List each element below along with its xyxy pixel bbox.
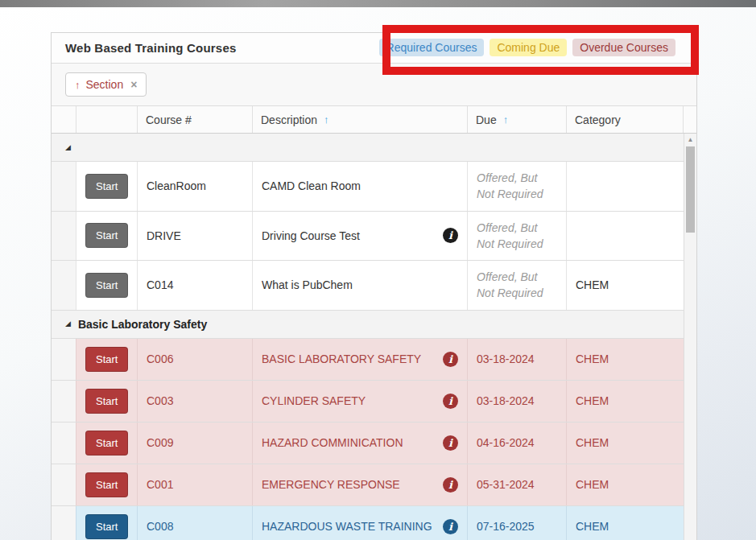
description-cell: CAMD Clean Room <box>253 162 468 211</box>
course-number-cell: CleanRoom <box>138 162 253 211</box>
group-chip-section[interactable]: ↑ Section × <box>65 72 147 97</box>
start-button-cell: Start <box>76 423 138 464</box>
group-indent-cell <box>52 162 76 211</box>
courses-panel: Web Based Training Courses Required Cour… <box>51 32 697 540</box>
category-cell: CHEM <box>567 506 684 540</box>
column-header-scroll-spacer <box>684 106 700 133</box>
column-header-due[interactable]: Due↑ <box>468 106 567 133</box>
scrollbar-thumb[interactable] <box>686 146 695 233</box>
description-text: CYLINDER SAFETY <box>262 394 366 407</box>
group-row-basic-laboratory-safety: ◢Basic Laboratory Safety <box>52 311 696 339</box>
description-cell: BASIC LABORATORY SAFETYi <box>253 339 468 380</box>
description-text: EMERGENCY RESPONSE <box>262 478 400 491</box>
due-date-cell: 07-16-2025 <box>468 506 567 540</box>
info-icon[interactable]: i <box>443 394 458 409</box>
info-icon[interactable]: i <box>443 477 458 493</box>
start-button[interactable]: Start <box>85 389 128 414</box>
category-cell: CHEM <box>567 381 684 422</box>
due-date-cell: 03-18-2024 <box>468 339 567 380</box>
legend: Required CoursesComing DueOverdue Course… <box>379 39 675 56</box>
due-date-cell: Offered, But Not Required <box>468 162 567 211</box>
course-number-cell: C008 <box>138 506 253 540</box>
panel-header: Web Based Training Courses Required Cour… <box>52 33 696 64</box>
description-text: BASIC LABORATORY SAFETY <box>262 352 421 365</box>
group-indent-cell <box>52 261 76 310</box>
grid-header: Course #Description↑Due↑Category <box>52 106 696 134</box>
group-indent-cell <box>52 339 76 380</box>
table-row: StartDRIVEDriving Course TestiOffered, B… <box>52 212 696 262</box>
table-row: StartC006BASIC LABORATORY SAFETYi03-18-2… <box>52 339 696 381</box>
group-toolbar: ↑ Section × <box>52 64 696 106</box>
start-button-cell: Start <box>76 381 138 422</box>
remove-group-icon[interactable]: × <box>130 78 137 91</box>
description-text: What is PubChem <box>262 278 353 291</box>
info-icon[interactable]: i <box>443 519 458 534</box>
start-button[interactable]: Start <box>85 472 128 497</box>
start-button-cell: Start <box>76 162 138 211</box>
description-text: Driving Course Test <box>262 229 360 242</box>
table-row: StartC001EMERGENCY RESPONSEi05-31-2024CH… <box>52 464 696 506</box>
start-button[interactable]: Start <box>85 223 128 248</box>
table-row: StartC009HAZARD COMMINICATIONi04-16-2024… <box>52 423 696 464</box>
description-text: HAZARD COMMINICATION <box>262 436 403 449</box>
column-header-blank-0 <box>52 106 76 133</box>
start-button[interactable]: Start <box>85 273 128 298</box>
group-indent-cell <box>52 212 76 261</box>
description-text: CAMD Clean Room <box>262 179 361 192</box>
table-row: StartC003CYLINDER SAFETYi03-18-2024CHEM <box>52 381 696 423</box>
category-cell: CHEM <box>567 464 684 505</box>
category-cell <box>567 162 684 211</box>
column-header-label: Category <box>575 113 621 126</box>
sort-asc-icon: ↑ <box>324 113 329 126</box>
column-header-category[interactable]: Category <box>567 106 684 133</box>
table-row: StartCleanRoomCAMD Clean RoomOffered, Bu… <box>52 162 696 212</box>
description-cell: Driving Course Testi <box>253 212 468 261</box>
start-button[interactable]: Start <box>85 347 128 372</box>
group-indent-cell <box>52 423 76 464</box>
group-indent-cell <box>52 506 76 540</box>
course-number-cell: C006 <box>138 339 253 380</box>
scroll-up-icon[interactable]: ▲ <box>684 134 696 146</box>
legend-badge-required-courses: Required Courses <box>379 39 485 56</box>
sort-asc-icon[interactable]: ↑ <box>75 79 81 91</box>
description-cell: CYLINDER SAFETYi <box>253 381 468 422</box>
description-cell: What is PubChem <box>253 261 468 310</box>
description-cell: EMERGENCY RESPONSEi <box>253 464 468 505</box>
start-button-cell: Start <box>76 261 138 310</box>
start-button-cell: Start <box>76 464 138 505</box>
column-header-label: Course # <box>146 113 192 126</box>
start-button[interactable]: Start <box>85 174 128 199</box>
column-header-label: Description <box>261 113 317 126</box>
category-cell: CHEM <box>567 261 684 310</box>
column-header-description[interactable]: Description↑ <box>253 106 468 133</box>
due-date-cell: Offered, But Not Required <box>468 261 567 310</box>
due-date-cell: Offered, But Not Required <box>468 212 567 261</box>
category-cell: CHEM <box>567 423 684 464</box>
vertical-scrollbar[interactable]: ▲ <box>684 134 696 540</box>
column-header-blank-1 <box>76 106 138 133</box>
description-cell: HAZARD COMMINICATIONi <box>253 423 468 464</box>
course-number-cell: DRIVE <box>138 212 253 261</box>
start-button[interactable]: Start <box>85 431 128 455</box>
info-icon[interactable]: i <box>443 228 458 243</box>
group-row: ◢ <box>52 134 696 162</box>
start-button-cell: Start <box>76 506 138 540</box>
description-cell: HAZARDOUS WASTE TRAININGi <box>253 506 468 540</box>
info-icon[interactable]: i <box>443 435 458 451</box>
info-icon[interactable]: i <box>443 352 458 367</box>
table-row: StartC014What is PubChemOffered, But Not… <box>52 261 696 311</box>
course-number-cell: C003 <box>138 381 253 422</box>
course-number-cell: C001 <box>138 464 253 505</box>
category-cell <box>567 212 684 261</box>
browser-top-bar <box>0 0 756 7</box>
course-number-cell: C014 <box>138 261 253 310</box>
start-button[interactable]: Start <box>85 514 128 539</box>
group-collapse-icon[interactable]: ◢ <box>65 320 71 328</box>
start-button-cell: Start <box>76 339 138 380</box>
grid-body: ◢StartCleanRoomCAMD Clean RoomOffered, B… <box>52 134 696 540</box>
course-number-cell: C009 <box>138 423 253 464</box>
due-date-cell: 03-18-2024 <box>468 381 567 422</box>
group-collapse-icon[interactable]: ◢ <box>65 144 71 151</box>
start-button-cell: Start <box>76 212 138 261</box>
column-header-course-[interactable]: Course # <box>138 106 253 133</box>
